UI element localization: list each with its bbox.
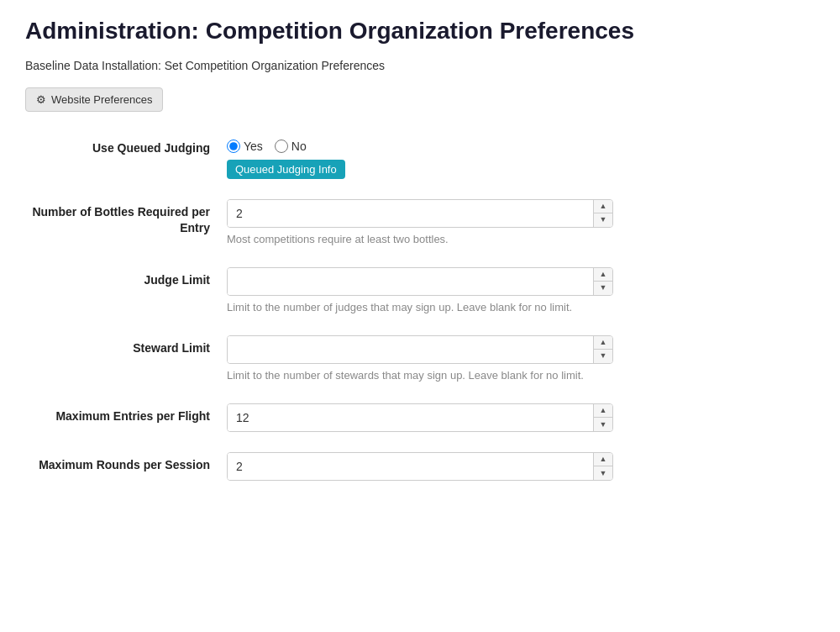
use-queued-judging-row: Use Queued Judging Yes No Queued Judging…	[25, 135, 815, 179]
max-rounds-label: Maximum Rounds per Session	[25, 452, 227, 474]
max-rounds-down-button[interactable]: ▼	[594, 466, 612, 480]
steward-limit-row: Steward Limit ▲ ▼ Limit to the number of…	[25, 335, 815, 383]
judge-limit-up-button[interactable]: ▲	[594, 268, 612, 282]
gear-icon: ⚙	[36, 93, 46, 106]
steward-limit-control: ▲ ▼ Limit to the number of stewards that…	[227, 335, 647, 383]
max-rounds-up-button[interactable]: ▲	[594, 453, 612, 466]
judge-limit-help: Limit to the number of judges that may s…	[227, 300, 647, 315]
judge-limit-down-button[interactable]: ▼	[594, 282, 612, 295]
judge-limit-row: Judge Limit ▲ ▼ Limit to the number of j…	[25, 267, 815, 315]
preferences-form: Use Queued Judging Yes No Queued Judging…	[25, 135, 815, 482]
yes-radio[interactable]	[227, 140, 240, 153]
page-title: Administration: Competition Organization…	[25, 17, 815, 45]
use-queued-judging-control: Yes No Queued Judging Info	[227, 135, 647, 179]
queued-judging-radio-group: Yes No	[227, 135, 647, 153]
queued-judging-info-button[interactable]: Queued Judging Info	[227, 160, 345, 179]
bottles-required-spinner-buttons: ▲ ▼	[593, 200, 612, 227]
yes-label: Yes	[244, 140, 263, 153]
max-entries-label: Maximum Entries per Flight	[25, 403, 227, 425]
page-subtitle: Baseline Data Installation: Set Competit…	[25, 59, 815, 72]
steward-limit-input[interactable]	[228, 336, 593, 363]
yes-radio-label[interactable]: Yes	[227, 140, 263, 153]
bottles-required-control: ▲ ▼ Most competitions require at least t…	[227, 199, 647, 247]
max-entries-up-button[interactable]: ▲	[594, 404, 612, 418]
max-entries-row: Maximum Entries per Flight ▲ ▼	[25, 403, 815, 432]
max-entries-down-button[interactable]: ▼	[594, 418, 612, 431]
judge-limit-label: Judge Limit	[25, 267, 227, 289]
max-rounds-row: Maximum Rounds per Session ▲ ▼	[25, 452, 815, 481]
max-entries-control: ▲ ▼	[227, 403, 647, 432]
max-entries-spinner: ▲ ▼	[227, 403, 613, 432]
judge-limit-input[interactable]	[228, 268, 593, 295]
use-queued-judging-label: Use Queued Judging	[25, 135, 227, 157]
bottles-required-help: Most competitions require at least two b…	[227, 232, 647, 247]
judge-limit-spinner: ▲ ▼	[227, 267, 613, 296]
steward-limit-help: Limit to the number of stewards that may…	[227, 368, 647, 383]
bottles-required-spinner: ▲ ▼	[227, 199, 613, 228]
steward-limit-label: Steward Limit	[25, 335, 227, 357]
steward-limit-up-button[interactable]: ▲	[594, 336, 612, 350]
max-rounds-spinner-buttons: ▲ ▼	[593, 453, 612, 480]
max-rounds-spinner: ▲ ▼	[227, 452, 613, 481]
max-rounds-control: ▲ ▼	[227, 452, 647, 481]
bottles-required-up-button[interactable]: ▲	[594, 200, 612, 213]
judge-limit-control: ▲ ▼ Limit to the number of judges that m…	[227, 267, 647, 315]
max-entries-input[interactable]	[228, 404, 593, 431]
website-preferences-label: Website Preferences	[51, 93, 152, 106]
steward-limit-down-button[interactable]: ▼	[594, 350, 612, 363]
bottles-required-input[interactable]	[228, 200, 593, 227]
no-radio-label[interactable]: No	[275, 140, 307, 153]
steward-limit-spinner: ▲ ▼	[227, 335, 613, 364]
no-label: No	[291, 140, 307, 153]
bottles-required-down-button[interactable]: ▼	[594, 213, 612, 227]
bottles-required-row: Number of Bottles Required per Entry ▲ ▼…	[25, 199, 815, 247]
steward-limit-spinner-buttons: ▲ ▼	[593, 336, 612, 363]
website-preferences-button[interactable]: ⚙ Website Preferences	[25, 87, 163, 112]
bottles-required-label: Number of Bottles Required per Entry	[25, 199, 227, 237]
max-rounds-input[interactable]	[228, 453, 593, 480]
judge-limit-spinner-buttons: ▲ ▼	[593, 268, 612, 295]
no-radio[interactable]	[275, 140, 288, 153]
max-entries-spinner-buttons: ▲ ▼	[593, 404, 612, 431]
